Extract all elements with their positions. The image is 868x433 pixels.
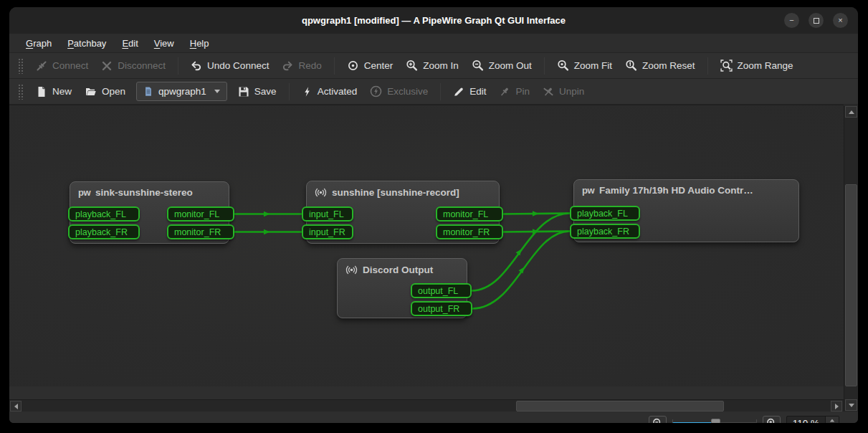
port-discord-output_FR[interactable]: output_FR [411, 301, 472, 316]
minimize-button[interactable]: − [784, 13, 799, 28]
zoom-range-button[interactable]: Zoom Range [714, 55, 800, 77]
redo-icon [282, 60, 293, 72]
statusbar-zoom-out-button[interactable] [649, 416, 667, 423]
titlebar[interactable]: qpwgraph1 [modified] — A PipeWire Graph … [9, 7, 858, 34]
connect-button[interactable]: Connect [29, 55, 95, 77]
zoom-out-button[interactable]: Zoom Out [465, 55, 538, 77]
unpin-button[interactable]: Unpin [536, 81, 591, 103]
port-sink-playback_FR[interactable]: playback_FR [68, 224, 140, 239]
open-button[interactable]: Open [78, 81, 132, 103]
center-button[interactable]: Center [340, 55, 400, 77]
edit-button[interactable]: Edit [447, 81, 492, 103]
undo-connect-button[interactable]: Undo Connect [184, 55, 275, 77]
zoom-reset-button[interactable]: Zoom Reset [619, 55, 702, 77]
disconnect-button[interactable]: Disconnect [95, 55, 172, 77]
minimize-icon: − [789, 16, 793, 24]
node-title: Discord Output [338, 259, 467, 281]
port-sink-playback_FL[interactable]: playback_FL [68, 206, 140, 222]
pin-button[interactable]: Pin [492, 81, 536, 103]
scroll-down-button[interactable] [845, 399, 857, 411]
toolbar-separator [707, 57, 708, 75]
node-title: sunshine [sunshine-record] [307, 181, 499, 204]
connect-icon [36, 60, 47, 72]
pin-icon [499, 86, 510, 97]
zoom-slider-track-filled[interactable] [672, 422, 714, 424]
center-icon [347, 60, 359, 72]
toolbar-separator [178, 57, 178, 75]
redo-button[interactable]: Redo [275, 55, 328, 77]
scroll-up-button[interactable] [845, 106, 857, 118]
zoom-percent-value: 110 % [787, 418, 825, 423]
scroll-down-icon [849, 404, 854, 407]
zoom-out-icon [652, 418, 663, 423]
audio-stream-icon [345, 264, 358, 276]
menubar: Graph Patchbay Edit View Help [9, 34, 858, 53]
port-sink-monitor_FL[interactable]: monitor_FL [167, 206, 234, 222]
menu-help[interactable]: Help [182, 36, 217, 51]
edit-pencil-icon [453, 86, 464, 97]
menu-patchbay[interactable]: Patchbay [59, 36, 114, 51]
activated-bolt-icon [302, 86, 313, 97]
toolbar-separator [440, 83, 441, 100]
menu-graph[interactable]: Graph [18, 36, 59, 51]
zoom-in-button[interactable]: Zoom In [399, 55, 465, 77]
port-sink-monitor_FR[interactable]: monitor_FR [167, 224, 234, 239]
pipewire-icon: pw [582, 185, 594, 196]
new-file-icon [36, 86, 47, 97]
port-family-playback_FL[interactable]: playback_FL [570, 206, 640, 221]
toolbar-drag-handle[interactable] [18, 84, 24, 100]
maximize-icon [814, 18, 819, 24]
patchbay-selector[interactable]: qpwgraph1 [136, 82, 227, 101]
zoom-slider-track[interactable] [714, 422, 757, 424]
port-discord-output_FL[interactable]: output_FL [411, 283, 472, 298]
spinbox-arrows[interactable] [825, 417, 839, 424]
zoom-slider[interactable] [672, 418, 757, 424]
connections-layer [9, 105, 844, 386]
undo-icon [191, 60, 202, 72]
scroll-left-button[interactable] [10, 401, 22, 411]
close-button[interactable]: × [833, 13, 848, 28]
pipewire-icon: pw [78, 187, 90, 198]
menu-view[interactable]: View [146, 36, 182, 51]
patchbay-file-icon [143, 86, 153, 97]
statusbar-zoom-in-button[interactable] [763, 416, 781, 423]
port-family-playback_FR[interactable]: playback_FR [570, 224, 640, 239]
toolbar-separator [544, 57, 545, 75]
statusbar: 110 % [9, 411, 858, 423]
toolbar-drag-handle[interactable] [18, 58, 24, 74]
zoom-slider-handle[interactable] [711, 419, 720, 424]
port-sunshine-monitor_FL[interactable]: monitor_FL [436, 206, 503, 222]
zoom-in-icon [766, 418, 777, 423]
new-button[interactable]: New [29, 81, 78, 103]
port-sunshine-monitor_FR[interactable]: monitor_FR [436, 224, 503, 239]
audio-stream-icon [315, 186, 327, 199]
patchbay-toolbar: New Open qpwgraph1 Save Activated Exclus… [9, 79, 858, 105]
vertical-scrollbar-thumb[interactable] [845, 184, 857, 386]
save-icon [238, 86, 249, 97]
graph-canvas[interactable]: pwsink-sunshine-stereo playback_FL playb… [9, 105, 844, 386]
graph-toolbar: Connect Disconnect Undo Connect Redo Cen… [9, 53, 858, 79]
window-title: qpwgraph1 [modified] — A PipeWire Graph … [302, 15, 566, 26]
zoom-in-icon [406, 60, 418, 72]
menu-edit[interactable]: Edit [114, 36, 146, 51]
maximize-button[interactable] [809, 13, 824, 28]
node-title: pwsink-sunshine-stereo [70, 182, 229, 203]
activated-button[interactable]: Activated [295, 81, 364, 103]
horizontal-scrollbar-thumb[interactable] [516, 401, 724, 411]
port-sunshine-input_FR[interactable]: input_FR [302, 224, 353, 239]
scroll-right-button[interactable] [831, 401, 842, 411]
horizontal-scrollbar[interactable] [9, 399, 844, 411]
exclusive-bolt-icon [370, 85, 382, 97]
exclusive-button[interactable]: Exclusive [363, 81, 434, 103]
vertical-scrollbar[interactable] [844, 105, 858, 411]
disconnect-icon [101, 60, 113, 72]
scroll-left-icon [14, 404, 18, 409]
node-title: pwFamily 17h/19h HD Audio Contr… [574, 180, 798, 201]
zoom-percent-spinbox[interactable]: 110 % [786, 416, 839, 424]
scroll-up-icon [849, 110, 854, 114]
zoom-fit-button[interactable]: Zoom Fit [550, 55, 619, 77]
save-button[interactable]: Save [232, 81, 283, 103]
spin-up-icon [830, 419, 834, 422]
zoom-reset-icon [625, 60, 637, 72]
port-sunshine-input_FL[interactable]: input_FL [302, 206, 353, 222]
